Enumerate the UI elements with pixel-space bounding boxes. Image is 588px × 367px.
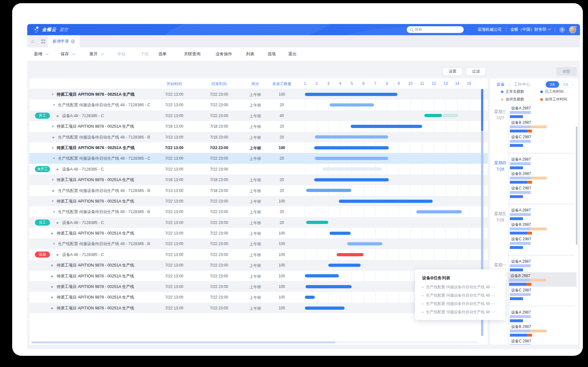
table-row[interactable]: ▼待派工项目 APITION 9878 - 00251A 生产线7/22 13:… (29, 89, 488, 100)
toggle-3day[interactable]: 3天 (546, 81, 559, 88)
gantt-bar[interactable] (339, 200, 433, 203)
column-header-end[interactable]: 结束时间 (211, 81, 227, 87)
gantt-bar[interactable] (305, 274, 339, 277)
device-row[interactable]: 设备A 2987 (509, 258, 576, 272)
collapse-caret-icon[interactable]: ▼ (51, 178, 54, 181)
company-name[interactable]: 蓝海机械公司 (478, 27, 502, 32)
device-row[interactable]: 设备B 2987 (509, 221, 576, 235)
collapse-caret-icon[interactable]: ▼ (53, 210, 55, 213)
toolbar-item[interactable]: 退出 (288, 47, 297, 61)
collapse-caret-icon[interactable]: ▼ (53, 242, 55, 245)
column-header-start[interactable]: 开始时间 (167, 81, 182, 87)
gantt-bar[interactable] (330, 103, 374, 107)
tab-new-request[interactable]: 新增申请 × (48, 35, 80, 47)
gantt-bar[interactable] (328, 264, 361, 267)
toolbar-item[interactable]: 展开 (89, 47, 103, 61)
tooltip-task-item[interactable]: 生产线配置 伺服设备待启动生产线 48 ⋯ (422, 284, 495, 290)
gantt-bar[interactable] (306, 189, 351, 192)
device-row[interactable]: 设备A 2987 (509, 105, 576, 119)
apps-grid-icon[interactable] (41, 39, 45, 44)
global-search-input[interactable]: 搜索 (407, 26, 464, 33)
gantt-bar[interactable] (330, 232, 351, 235)
gantt-bar[interactable] (305, 93, 397, 96)
device-row[interactable]: 设备C 2987 (509, 287, 576, 301)
gantt-bar[interactable] (347, 242, 382, 245)
table-row[interactable]: ▼生产线配置 伺服设备待启动生产线 48 - 7128385 - B7/22 1… (29, 238, 488, 249)
table-row[interactable]: ▶待派工项目 APITION 9878 - 00251A 生产线7/22 13:… (29, 260, 488, 270)
column-header-shift[interactable]: 班次 (251, 81, 259, 87)
refresh-button[interactable]: 刷新 (556, 67, 577, 76)
collapse-caret-icon[interactable]: ▼ (51, 93, 54, 96)
filter-button[interactable]: 过滤 (466, 67, 486, 76)
table-row[interactable]: 未开工▶设备A 48 - 7128385 - C7/22 13:007/22 2… (29, 164, 488, 174)
device-row[interactable]: 设备C 2987 (509, 235, 576, 250)
table-row[interactable]: 延期▶设备A 48 - 7128385 - C7/22 13:007/22 23… (29, 249, 488, 260)
expand-caret-icon[interactable]: ▶ (51, 264, 53, 267)
table-row[interactable]: ▶待派工项目 APITION 9878 - 00251A 生产线7/22 13:… (29, 228, 488, 238)
device-row[interactable]: 设备A 2987 (509, 156, 576, 170)
device-row[interactable]: 设备B 2987 (508, 272, 576, 287)
horizontal-scrollbar[interactable] (31, 341, 478, 343)
table-row[interactable]: 完工▶设备A 48 - 7128385 - C7/22 13:007/22 23… (29, 217, 488, 228)
gantt-bar[interactable] (306, 221, 329, 224)
org-switcher[interactable]: 金蝶（中国）财务部 (510, 27, 551, 32)
help-icon[interactable]: ? (559, 27, 565, 33)
device-row[interactable]: 设备C 2987 (509, 338, 576, 345)
panel-scrollbar[interactable] (576, 126, 577, 245)
table-row[interactable]: ▼待派工项目 APITION 9878 - 00251A 生产线7/22 13:… (29, 196, 488, 206)
gantt-bar[interactable] (305, 307, 345, 310)
tab-workcenter[interactable]: 工作中心 (514, 82, 530, 87)
gantt-bar[interactable] (314, 178, 388, 181)
toolbar-item[interactable]: 列表 (246, 47, 254, 61)
expand-caret-icon[interactable]: ▶ (51, 275, 53, 278)
gantt-bar[interactable] (315, 135, 388, 139)
day-range-toggle[interactable]: 3天 5天 (545, 81, 573, 88)
home-icon[interactable]: ⌂ (31, 38, 34, 44)
collapse-caret-icon[interactable]: ▼ (53, 103, 55, 107)
expand-caret-icon[interactable]: ▶ (51, 285, 53, 288)
tooltip-task-item[interactable]: 生产线配置 伺服设备待启动生产线 48 ⋯ (422, 293, 495, 298)
gantt-bar[interactable] (416, 210, 462, 213)
device-row[interactable]: 设备B 2987 (509, 323, 576, 338)
device-row[interactable]: 设备C 2987 (509, 133, 576, 148)
table-row[interactable]: ▶生产线配置 伺服设备待启动生产线 48 - 7128385 - B7/13 1… (29, 185, 488, 196)
expand-caret-icon[interactable]: ▶ (57, 253, 59, 256)
table-row[interactable]: ▼待派工项目 APITION 9878 - 00251A 生产线7/16 13:… (29, 174, 488, 185)
expand-caret-icon[interactable]: ▶ (53, 136, 55, 139)
expand-caret-icon[interactable]: ▶ (57, 114, 59, 117)
table-row[interactable]: ▼生产线配置 伺服设备待启动生产线 48 - 7128385 - C7/22 1… (29, 153, 488, 164)
tooltip-task-item[interactable]: 生产线配置 伺服设备待启动生产线 48 ⋯ (422, 309, 495, 315)
expand-caret-icon[interactable]: ▶ (53, 189, 55, 192)
collapse-caret-icon[interactable]: ▼ (51, 200, 54, 203)
chevron-down-icon[interactable] (45, 52, 49, 55)
collapse-caret-icon[interactable]: ▼ (51, 146, 54, 149)
toolbar-item[interactable]: 选单 (158, 47, 167, 61)
table-row[interactable]: ▼生产线配置 伺服设备待启动生产线 48 - 7128385 - C7/22 1… (29, 100, 488, 110)
collapse-caret-icon[interactable]: ▼ (51, 125, 54, 128)
gantt-bar[interactable] (337, 253, 363, 256)
toolbar-item[interactable]: 保存 (61, 47, 74, 61)
device-row[interactable]: 设备B 2987 (509, 119, 576, 133)
table-row[interactable]: 开工▶设备A 48 - 7128385 - C7/22 13:007/22 23… (29, 110, 488, 121)
device-row[interactable]: 设备B 2987 (509, 170, 576, 185)
tab-device[interactable]: 设备 (496, 82, 505, 87)
gantt-bar[interactable] (305, 296, 315, 299)
expand-caret-icon[interactable]: ▶ (51, 307, 53, 310)
tooltip-task-item[interactable]: 生产线配置 伺服设备待启动生产线 48 ⋯ (422, 301, 495, 307)
expand-caret-icon[interactable]: ▶ (57, 221, 59, 224)
gantt-bar[interactable] (323, 167, 382, 171)
toolbar-item[interactable]: 新增 (34, 47, 47, 61)
chevron-down-icon[interactable] (101, 52, 104, 55)
expand-caret-icon[interactable]: ▶ (51, 296, 53, 299)
expand-caret-icon[interactable]: ▶ (51, 232, 53, 235)
device-row[interactable]: 设备A 2987 (509, 207, 576, 221)
collapse-caret-icon[interactable]: ▼ (53, 157, 55, 160)
toolbar-item[interactable]: 选项 (267, 47, 276, 61)
chevron-down-icon[interactable] (72, 52, 75, 55)
close-tab-icon[interactable]: × (71, 39, 75, 44)
table-row[interactable]: ▼生产线配置 伺服设备待启动生产线 48 - 7128385 - B7/22 1… (29, 206, 488, 217)
column-header-qty[interactable]: 未派工数量 (272, 81, 291, 87)
settings-button[interactable]: 设置 (443, 67, 462, 76)
table-row[interactable]: ▼待派工项目 APITION 9878 - 00251A 生产线7/16 13:… (29, 121, 488, 132)
toolbar-item[interactable]: 业务操作 (216, 47, 232, 61)
